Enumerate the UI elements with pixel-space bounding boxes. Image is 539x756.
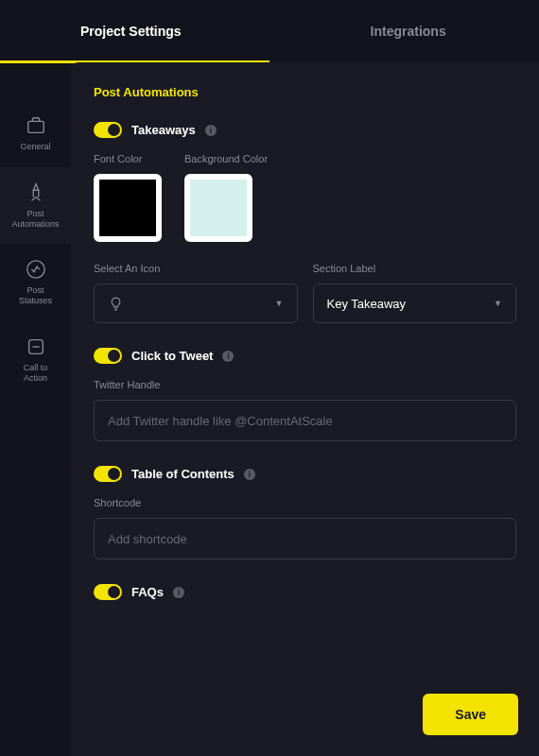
chevron-down-icon: ▼ — [275, 299, 284, 308]
bg-color-label: Background Color — [184, 153, 268, 164]
page-title: Post Automations — [94, 85, 516, 99]
icon-select[interactable]: ▼ — [94, 284, 298, 323]
sidebar: General Post Automations Post Statuses C… — [0, 62, 71, 756]
tab-project-settings[interactable]: Project Settings — [80, 24, 182, 39]
font-color-swatch[interactable] — [94, 174, 162, 242]
section-label-label: Section Label — [313, 263, 517, 274]
shortcode-input[interactable] — [94, 518, 516, 559]
select-value: Key Takeaway — [327, 297, 407, 311]
toggle-takeaways[interactable] — [94, 122, 122, 138]
info-icon[interactable]: i — [222, 351, 234, 362]
sidebar-item-call-to-action[interactable]: Call to Action — [0, 321, 71, 399]
font-color-label: Font Color — [94, 153, 162, 164]
shortcode-label: Shortcode — [94, 497, 516, 508]
content-panel: Post Automations Takeaways i Font Color … — [71, 62, 539, 756]
select-icon-label: Select An Icon — [94, 263, 298, 274]
twitter-handle-label: Twitter Handle — [94, 379, 516, 390]
toggle-label: Takeaways — [131, 123, 196, 137]
toggle-click-to-tweet[interactable] — [94, 348, 122, 364]
svg-rect-0 — [27, 121, 43, 132]
tab-integrations[interactable]: Integrations — [371, 24, 446, 39]
toggle-faqs[interactable] — [94, 584, 122, 600]
rocket-icon — [26, 182, 46, 203]
toggle-label: Table of Contents — [131, 467, 235, 481]
info-icon[interactable]: i — [173, 587, 184, 598]
sidebar-item-label: Post Statuses — [19, 285, 52, 306]
info-icon[interactable]: i — [205, 125, 217, 136]
info-icon[interactable]: i — [244, 469, 255, 480]
toggle-label: Click to Tweet — [131, 349, 213, 363]
twitter-handle-input[interactable] — [94, 400, 516, 441]
sidebar-item-post-statuses[interactable]: Post Statuses — [0, 244, 71, 321]
lightbulb-icon — [108, 296, 124, 312]
activity-icon — [26, 259, 46, 280]
sidebar-item-post-automations[interactable]: Post Automations — [0, 167, 71, 245]
sidebar-item-general[interactable]: General — [0, 100, 71, 167]
square-icon — [26, 336, 46, 357]
sidebar-item-label: Call to Action — [24, 363, 48, 384]
sidebar-item-label: General — [20, 142, 50, 152]
sidebar-item-label: Post Automations — [11, 209, 59, 230]
save-button[interactable]: Save — [423, 694, 518, 735]
section-label-select[interactable]: Key Takeaway ▼ — [313, 284, 517, 323]
briefcase-icon — [26, 115, 46, 136]
chevron-down-icon: ▼ — [494, 299, 502, 308]
bg-color-swatch[interactable] — [184, 174, 252, 242]
toggle-label: FAQs — [131, 585, 164, 599]
toggle-toc[interactable] — [94, 466, 122, 482]
